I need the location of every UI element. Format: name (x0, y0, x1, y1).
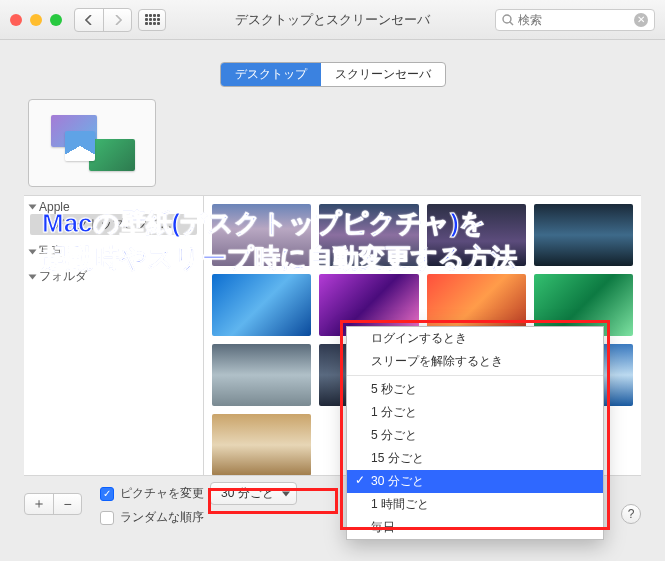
menu-item-5s[interactable]: 5 秒ごと (347, 378, 603, 401)
disclosure-triangle-icon (29, 274, 37, 279)
wallpaper-thumb[interactable] (427, 204, 526, 266)
close-icon[interactable] (10, 14, 22, 26)
menu-item-5m[interactable]: 5 分ごと (347, 424, 603, 447)
show-all-button[interactable] (138, 9, 166, 31)
search-icon (502, 14, 514, 26)
tab-desktop[interactable]: デスクトップ (221, 63, 321, 86)
sidebar-group-photos[interactable]: 写真 (30, 243, 197, 260)
wallpaper-thumb[interactable] (212, 414, 311, 475)
disclosure-triangle-icon (29, 249, 37, 254)
search-input[interactable] (518, 13, 634, 27)
sidebar-item-desktop-pictures[interactable]: デスクトップピクチ… (30, 214, 197, 235)
titlebar: デスクトップとスクリーンセーバ ✕ (0, 0, 665, 40)
source-sidebar[interactable]: Apple デスクトップピクチ… 写真 フォルダ (24, 196, 204, 475)
search-field[interactable]: ✕ (495, 9, 655, 31)
wallpaper-thumb[interactable] (212, 204, 311, 266)
disclosure-triangle-icon (29, 205, 37, 210)
segmented-control: デスクトップ スクリーンセーバ (220, 62, 446, 87)
svg-line-1 (510, 22, 513, 25)
prefs-window: デスクトップとスクリーンセーバ ✕ デスクトップ スクリーンセーバ (0, 0, 665, 561)
sidebar-group-apple[interactable]: Apple (30, 200, 197, 214)
menu-item-wake[interactable]: スリープを解除するとき (347, 350, 603, 373)
menu-item-15m[interactable]: 15 分ごと (347, 447, 603, 470)
forward-button[interactable] (103, 9, 131, 31)
change-interval-dropdown[interactable]: 30 分ごと (210, 482, 297, 505)
menu-item-login[interactable]: ログインするとき (347, 327, 603, 350)
menu-item-daily[interactable]: 毎日 (347, 516, 603, 539)
preview-row (24, 99, 641, 187)
svg-point-0 (503, 15, 511, 23)
zoom-icon[interactable] (50, 14, 62, 26)
random-order-label: ランダムな順序 (120, 509, 204, 526)
back-button[interactable] (75, 9, 103, 31)
menu-item-30m[interactable]: 30 分ごと (347, 470, 603, 493)
tab-screensaver[interactable]: スクリーンセーバ (321, 63, 445, 86)
menu-separator (347, 375, 603, 376)
minimize-icon[interactable] (30, 14, 42, 26)
menu-item-1m[interactable]: 1 分ごと (347, 401, 603, 424)
help-button[interactable]: ? (621, 504, 641, 524)
menu-item-1h[interactable]: 1 時間ごと (347, 493, 603, 516)
random-order-checkbox[interactable] (100, 511, 114, 525)
wallpaper-thumb[interactable] (212, 274, 311, 336)
tab-bar: デスクトップ スクリーンセーバ (24, 62, 641, 87)
wallpaper-thumb[interactable] (212, 344, 311, 406)
change-picture-label: ピクチャを変更 (120, 485, 204, 502)
interval-menu[interactable]: ログインするとき スリープを解除するとき 5 秒ごと 1 分ごと 5 分ごと 1… (346, 326, 604, 540)
desktop-preview (28, 99, 156, 187)
wallpaper-thumb[interactable] (319, 204, 418, 266)
clear-search-icon[interactable]: ✕ (634, 13, 648, 27)
preview-thumb-b (89, 139, 135, 171)
wallpaper-thumb[interactable] (534, 204, 633, 266)
cycle-arrows-icon (65, 131, 95, 161)
remove-folder-button[interactable]: − (53, 494, 81, 514)
sidebar-group-folders[interactable]: フォルダ (30, 268, 197, 285)
add-folder-button[interactable]: ＋ (25, 494, 53, 514)
grid-icon (145, 14, 160, 25)
nav-buttons (74, 8, 132, 32)
add-remove-control: ＋ − (24, 493, 82, 515)
change-picture-checkbox[interactable]: ✓ (100, 487, 114, 501)
traffic-lights (10, 14, 62, 26)
